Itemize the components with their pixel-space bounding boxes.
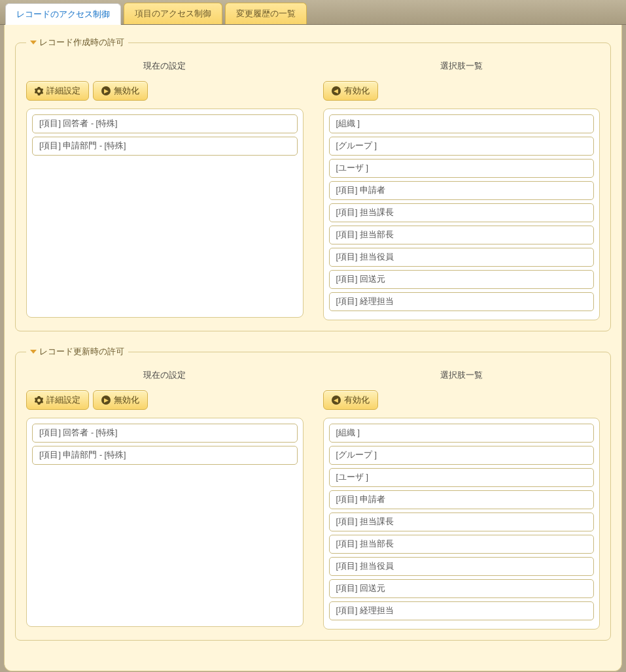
list-item[interactable]: [項目] 担当課長 [329,512,595,531]
disable-button[interactable]: ▶ 無効化 [93,390,148,410]
group-record-create: レコード作成時の許可 現在の設定 詳細設定 ▶ 無効化 [15,37,611,331]
list-item[interactable]: [グループ ] [329,446,595,465]
col-options-1: 選択肢一覧 ◀ 有効化 [組織 ] [グループ ] [ユーザ ] [項目] 申請… [323,369,600,630]
list-item[interactable]: [ユーザ ] [329,159,595,178]
detail-settings-button[interactable]: 詳細設定 [26,390,89,410]
list-item[interactable]: [項目] 担当課長 [329,203,595,222]
enable-button[interactable]: ◀ 有効化 [323,81,378,101]
list-item[interactable]: [項目] 回答者 - [特殊] [32,114,298,133]
list-item[interactable]: [グループ ] [329,137,595,156]
collapse-icon [30,41,37,44]
list-item[interactable]: [項目] 担当部長 [329,226,595,244]
current-list-0: [項目] 回答者 - [特殊] [項目] 申請部門 - [特殊] [26,109,304,318]
list-item[interactable]: [項目] 担当役員 [329,248,595,267]
arrow-right-icon: ▶ [101,86,111,95]
col-options-0: 選択肢一覧 ◀ 有効化 [組織 ] [グループ ] [ユーザ ] [項目] 申請… [323,60,600,320]
list-item[interactable]: [項目] 申請部門 - [特殊] [32,446,298,465]
header-options: 選択肢一覧 [323,369,600,381]
list-item[interactable]: [項目] 申請者 [329,490,595,509]
arrow-left-icon: ◀ [332,86,341,95]
list-item[interactable]: [項目] 経理担当 [329,292,595,311]
legend-record-create[interactable]: レコード作成時の許可 [26,37,128,48]
col-current-0: 現在の設定 詳細設定 ▶ 無効化 [26,60,304,320]
disable-button[interactable]: ▶ 無効化 [93,81,148,101]
list-item[interactable]: [項目] 回答者 - [特殊] [32,424,298,443]
legend-record-update[interactable]: レコード更新時の許可 [26,346,128,358]
header-current: 現在の設定 [26,60,304,72]
list-item[interactable]: [項目] 担当部長 [329,535,595,554]
list-item[interactable]: [項目] 経理担当 [329,601,595,620]
arrow-right-icon: ▶ [101,395,111,405]
header-current: 現在の設定 [26,369,304,381]
page-body: レコード作成時の許可 現在の設定 詳細設定 ▶ 無効化 [4,25,622,671]
list-item[interactable]: [組織 ] [329,114,595,133]
group-record-update: レコード更新時の許可 現在の設定 詳細設定 ▶ 無効化 [15,346,611,641]
detail-settings-button[interactable]: 詳細設定 [26,81,89,101]
list-item[interactable]: [項目] 回送元 [329,579,595,598]
gear-icon [35,396,43,405]
header-options: 選択肢一覧 [323,60,600,72]
gear-icon [35,87,43,95]
list-item[interactable]: [項目] 担当役員 [329,557,595,576]
tab-field-access[interactable]: 項目のアクセス制御 [124,3,222,24]
list-item[interactable]: [組織 ] [329,424,595,443]
tabs-bar: レコードのアクセス制御 項目のアクセス制御 変更履歴の一覧 [0,0,626,25]
list-item[interactable]: [ユーザ ] [329,468,595,487]
collapse-icon [30,350,37,354]
current-list-1: [項目] 回答者 - [特殊] [項目] 申請部門 - [特殊] [26,418,304,627]
options-list-0: [組織 ] [グループ ] [ユーザ ] [項目] 申請者 [項目] 担当課長 … [323,109,600,320]
tab-record-access[interactable]: レコードのアクセス制御 [5,3,121,25]
arrow-left-icon: ◀ [332,395,341,405]
tab-change-history[interactable]: 変更履歴の一覧 [225,3,307,24]
enable-button[interactable]: ◀ 有効化 [323,390,378,410]
options-list-1: [組織 ] [グループ ] [ユーザ ] [項目] 申請者 [項目] 担当課長 … [323,418,600,630]
col-current-1: 現在の設定 詳細設定 ▶ 無効化 [26,369,304,630]
list-item[interactable]: [項目] 申請者 [329,181,595,200]
list-item[interactable]: [項目] 申請部門 - [特殊] [32,137,298,156]
list-item[interactable]: [項目] 回送元 [329,270,595,289]
